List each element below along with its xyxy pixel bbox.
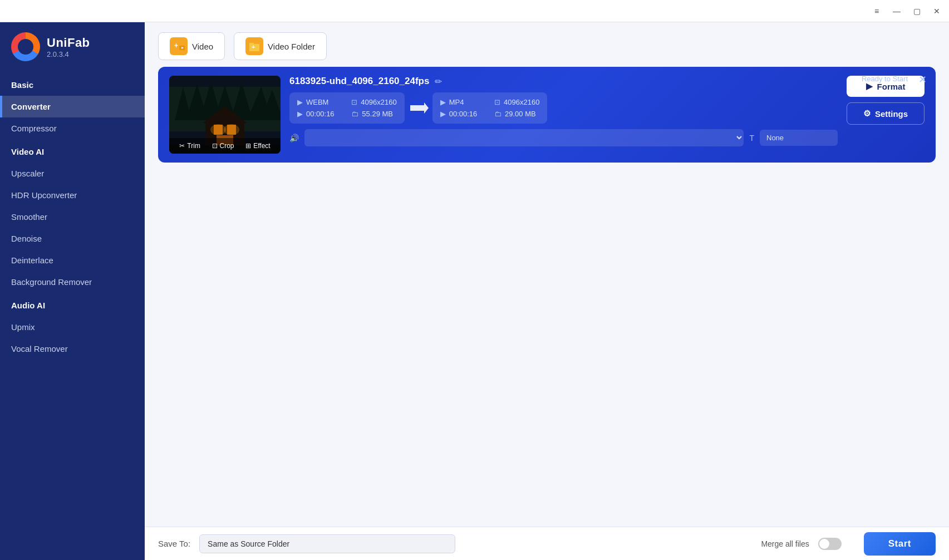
source-format: WEBM [306, 98, 328, 106]
video-title: 6183925-uhd_4096_2160_24fps [289, 76, 429, 87]
source-format-item: ▶ WEBM [297, 98, 342, 106]
sidebar-item-upscaler[interactable]: Upscaler [0, 163, 145, 184]
audio-icon: 🔊 [289, 134, 299, 143]
resolution-icon: ⊡ [351, 98, 357, 106]
app-logo: UniFab 2.0.3.4 [0, 22, 145, 72]
svg-point-19 [210, 124, 226, 135]
target-duration-item: ▶ 00:00:16 [440, 110, 485, 118]
add-video-icon: + [170, 37, 188, 55]
sidebar-section-audio-ai: Audio AI [0, 293, 145, 316]
sidebar-section-basic: Basic [0, 72, 145, 96]
sidebar-item-denoise[interactable]: Denoise [0, 228, 145, 249]
audio-track-select[interactable] [304, 129, 744, 146]
source-duration: 00:00:16 [306, 110, 335, 118]
crop-icon: ⊡ [212, 142, 218, 150]
sidebar-item-converter[interactable]: Converter [0, 96, 145, 117]
sidebar-item-vocal-remover[interactable]: Vocal Remover [0, 338, 145, 360]
bottom-bar: Save To: Merge all files Start [145, 527, 949, 560]
svg-marker-22 [410, 102, 429, 114]
target-resolution-item: ⊡ 4096x2160 [494, 98, 539, 106]
sidebar-item-hdr-upconverter[interactable]: HDR Upconverter [0, 184, 145, 206]
video-actions-bar: ✂ Trim ⊡ Crop ⊞ Effect [169, 138, 281, 154]
video-thumbnail: ✂ Trim ⊡ Crop ⊞ Effect [169, 76, 281, 154]
add-folder-label: Video Folder [268, 42, 315, 51]
size-icon: 🗀 [351, 110, 358, 118]
toolbar: + Video + Video Folder [145, 22, 949, 67]
subtitle-select[interactable]: None [760, 130, 838, 146]
add-folder-button[interactable]: + Video Folder [234, 32, 327, 60]
effect-icon: ⊞ [245, 142, 251, 150]
add-folder-icon: + [245, 37, 263, 55]
video-title-row: 6183925-uhd_4096_2160_24fps ✏ [289, 76, 838, 87]
add-video-label: Video [192, 42, 213, 51]
source-resolution: 4096x2160 [361, 98, 396, 106]
sidebar-item-background-remover[interactable]: Background Remover [0, 271, 145, 293]
start-button[interactable]: Start [864, 532, 936, 556]
target-size: 29.00 MB [505, 110, 536, 118]
close-card-button[interactable]: ✕ [918, 73, 927, 86]
trim-icon: ✂ [179, 142, 185, 150]
merge-files-toggle[interactable] [818, 538, 842, 550]
trim-button[interactable]: ✂ Trim [177, 141, 203, 151]
save-to-path-input[interactable] [199, 534, 455, 553]
trim-label: Trim [187, 142, 200, 150]
minimize-button[interactable]: — [891, 6, 902, 17]
source-resolution-item: ⊡ 4096x2160 [351, 98, 396, 106]
target-resolution: 4096x2160 [504, 98, 539, 106]
effect-label: Effect [253, 142, 270, 150]
action-buttons: ▶ Format ⚙ Settings [847, 76, 925, 125]
edit-title-icon[interactable]: ✏ [435, 76, 442, 87]
svg-text:+: + [252, 43, 255, 50]
target-size-icon: 🗀 [494, 110, 501, 118]
target-duration: 00:00:16 [449, 110, 478, 118]
sidebar-section-video-ai: Video AI [0, 139, 145, 163]
target-duration-icon: ▶ [440, 110, 446, 118]
source-meta-box: ▶ WEBM ⊡ 4096x2160 ▶ 00:00:16 [289, 92, 405, 124]
settings-button[interactable]: ⚙ Settings [847, 102, 925, 125]
duration-icon: ▶ [297, 110, 303, 118]
add-video-button[interactable]: + Video [158, 32, 225, 60]
source-duration-item: ▶ 00:00:16 [297, 110, 342, 118]
video-list: ✕ Ready to Start [145, 67, 949, 527]
maximize-button[interactable]: ▢ [911, 6, 922, 17]
play-icon: ▶ [297, 98, 303, 106]
close-button[interactable]: ✕ [931, 6, 942, 17]
logo-text: UniFab 2.0.3.4 [47, 36, 90, 58]
sidebar-item-compressor[interactable]: Compressor [0, 117, 145, 139]
sidebar: UniFab 2.0.3.4 Basic Converter Compresso… [0, 22, 145, 560]
source-size: 55.29 MB [362, 110, 393, 118]
target-size-item: 🗀 29.00 MB [494, 110, 539, 118]
save-to-label: Save To: [158, 539, 190, 548]
logo-icon [11, 32, 40, 61]
target-format-item: ▶ MP4 [440, 98, 485, 106]
ready-badge: Ready to Start [862, 75, 908, 83]
crop-button[interactable]: ⊡ Crop [210, 141, 237, 151]
video-meta-row: ▶ WEBM ⊡ 4096x2160 ▶ 00:00:16 [289, 92, 838, 124]
merge-files-label: Merge all files [761, 539, 809, 548]
target-format: MP4 [449, 98, 464, 106]
app-version: 2.0.3.4 [47, 50, 90, 58]
svg-text:+: + [174, 42, 178, 50]
format-label: Format [877, 82, 906, 91]
crop-label: Crop [220, 142, 234, 150]
subtitle-icon: T [749, 134, 754, 143]
source-size-item: 🗀 55.29 MB [351, 110, 396, 118]
svg-point-20 [224, 124, 239, 135]
menu-button[interactable]: ≡ [871, 6, 882, 17]
sidebar-item-upmix[interactable]: Upmix [0, 316, 145, 338]
settings-label: Settings [875, 109, 908, 119]
target-resolution-icon: ⊡ [494, 98, 500, 106]
app-name: UniFab [47, 36, 90, 50]
main-content: + Video + Video Folder [145, 22, 949, 560]
app-layout: UniFab 2.0.3.4 Basic Converter Compresso… [0, 22, 949, 560]
titlebar: ≡ — ▢ ✕ [0, 0, 949, 22]
video-card: ✕ Ready to Start [158, 67, 936, 163]
arrow-separator [405, 100, 432, 116]
sidebar-item-smoother[interactable]: Smoother [0, 206, 145, 228]
sidebar-item-deinterlace[interactable]: Deinterlace [0, 249, 145, 271]
subtitle-value: None [766, 134, 784, 142]
effect-button[interactable]: ⊞ Effect [243, 141, 272, 151]
audio-subtitle-row: 🔊 T None [289, 129, 838, 146]
target-play-icon: ▶ [440, 98, 446, 106]
target-meta-box: ▶ MP4 ⊡ 4096x2160 ▶ 00:00:16 [432, 92, 548, 124]
